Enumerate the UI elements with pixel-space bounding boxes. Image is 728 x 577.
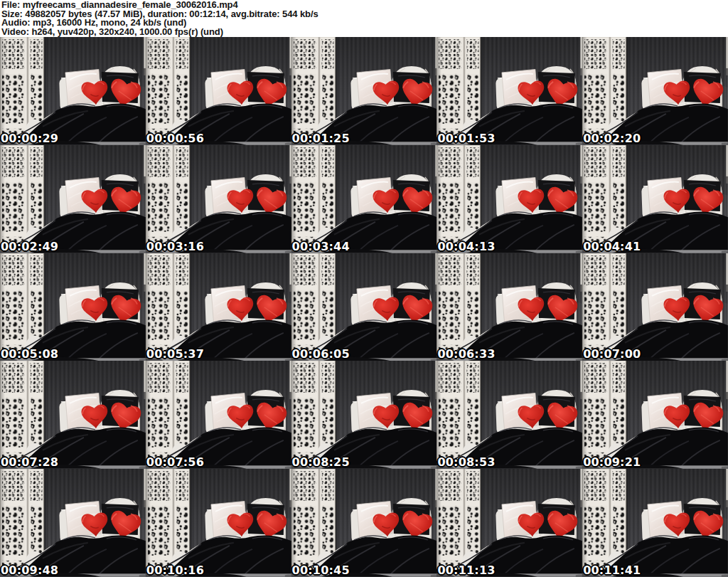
timestamp-overlay: 00:10:45 <box>292 565 350 576</box>
thumbnail-scene <box>437 37 582 145</box>
thumbnail-scene <box>582 37 728 145</box>
timestamp-overlay: 00:08:53 <box>437 457 495 468</box>
timestamp-overlay: 00:04:41 <box>583 241 641 253</box>
timestamp-overlay: 00:07:28 <box>1 457 58 468</box>
timestamp-overlay: 00:01:25 <box>292 133 350 144</box>
timestamp-overlay: 00:06:33 <box>437 349 495 360</box>
thumbnail-scene <box>0 37 146 145</box>
timestamp-overlay: 00:09:21 <box>583 457 641 468</box>
video-thumbnail: 00:01:53 <box>437 37 582 145</box>
timestamp-overlay: 00:11:13 <box>437 565 495 576</box>
timestamp-overlay: 00:10:16 <box>146 565 204 576</box>
timestamp-overlay: 00:01:53 <box>437 133 495 144</box>
thumbnail-scene <box>0 469 146 577</box>
timestamp-overlay: 00:08:25 <box>292 457 350 468</box>
video-thumbnail: 00:07:00 <box>582 253 728 361</box>
thumbnail-scene <box>146 361 291 469</box>
video-thumbnail: 00:07:28 <box>0 361 146 469</box>
video-thumbnail: 00:02:49 <box>0 145 146 253</box>
thumbnail-scene <box>291 469 437 577</box>
thumbnail-scene <box>0 253 146 361</box>
video-thumbnail: 00:04:41 <box>582 145 728 253</box>
timestamp-overlay: 00:05:37 <box>146 349 204 360</box>
thumbnail-scene <box>437 253 582 361</box>
video-thumbnail: 00:06:05 <box>291 253 437 361</box>
thumbnail-scene <box>291 145 437 253</box>
timestamp-overlay: 00:02:20 <box>583 133 641 144</box>
video-thumbnail: 00:08:53 <box>437 361 582 469</box>
thumbnail-scene <box>291 37 437 145</box>
thumbnail-scene <box>582 253 728 361</box>
thumbnail-scene <box>146 253 291 361</box>
video-thumbnail: 00:03:44 <box>291 145 437 253</box>
video-thumbnail: 00:10:45 <box>291 469 437 577</box>
timestamp-overlay: 00:03:44 <box>292 241 350 253</box>
timestamp-overlay: 00:04:13 <box>437 241 495 253</box>
video-thumbnail: 00:02:20 <box>582 37 728 145</box>
thumbnail-scene <box>146 145 291 253</box>
video-thumbnail: 00:11:13 <box>437 469 582 577</box>
video-thumbnail: 00:05:37 <box>146 253 291 361</box>
thumbnail-scene <box>291 361 437 469</box>
video-thumbnail: 00:10:16 <box>146 469 291 577</box>
video-thumbnail: 00:01:25 <box>291 37 437 145</box>
thumbnail-scene <box>0 361 146 469</box>
timestamp-overlay: 00:06:05 <box>292 349 350 360</box>
timestamp-overlay: 00:07:56 <box>146 457 204 468</box>
thumbnail-scene <box>437 469 582 577</box>
thumbnail-scene <box>0 145 146 253</box>
video-thumbnail: 00:07:56 <box>146 361 291 469</box>
thumbnail-scene <box>582 145 728 253</box>
thumbnail-scene <box>291 253 437 361</box>
media-info-header: File: myfreecams_diannadesire_female_300… <box>0 0 728 37</box>
thumbnail-scene <box>437 361 582 469</box>
video-thumbnail: 00:11:41 <box>582 469 728 577</box>
timestamp-overlay: 00:07:00 <box>583 349 641 360</box>
video-thumbnail: 00:05:08 <box>0 253 146 361</box>
video-thumbnail: 00:00:56 <box>146 37 291 145</box>
thumbnail-scene <box>437 145 582 253</box>
video-thumbnail: 00:08:25 <box>291 361 437 469</box>
thumbnail-scene <box>146 37 291 145</box>
video-thumbnail: 00:04:13 <box>437 145 582 253</box>
timestamp-overlay: 00:00:29 <box>1 133 58 144</box>
timestamp-overlay: 00:02:49 <box>1 241 58 253</box>
timestamp-overlay: 00:09:48 <box>1 565 58 576</box>
video-thumbnail: 00:09:21 <box>582 361 728 469</box>
video-thumbnail: 00:09:48 <box>0 469 146 577</box>
thumbnail-grid: 00:00:29 00:00:56 00:01:25 00:01:53 00:0… <box>0 37 728 577</box>
thumbnail-scene <box>582 361 728 469</box>
timestamp-overlay: 00:03:16 <box>146 241 204 253</box>
video-info-line: Video: h264, yuv420p, 320x240, 1000.00 f… <box>1 28 728 37</box>
video-thumbnail: 00:03:16 <box>146 145 291 253</box>
timestamp-overlay: 00:00:56 <box>146 133 204 144</box>
video-thumbnail: 00:06:33 <box>437 253 582 361</box>
contact-sheet: File: myfreecams_diannadesire_female_300… <box>0 0 728 577</box>
thumbnail-scene <box>582 469 728 577</box>
video-thumbnail: 00:00:29 <box>0 37 146 145</box>
thumbnail-scene <box>146 469 291 577</box>
timestamp-overlay: 00:11:41 <box>583 565 641 576</box>
timestamp-overlay: 00:05:08 <box>1 349 58 360</box>
